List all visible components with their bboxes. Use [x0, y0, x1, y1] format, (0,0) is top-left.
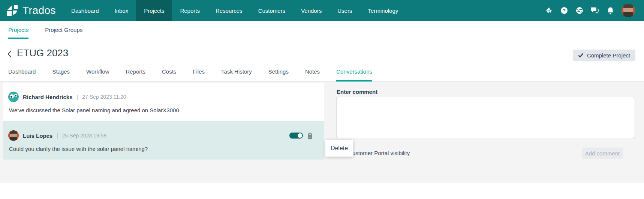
back-icon[interactable]: [7, 50, 12, 59]
message-richard-hendricks: Richard Hendricks | 27 Sep 2023 11:20 We…: [3, 83, 324, 121]
nav-item-inbox[interactable]: Inbox: [107, 0, 136, 21]
tab-costs[interactable]: Costs: [162, 68, 176, 81]
tab-task-history[interactable]: Task History: [221, 68, 252, 81]
tab-workflow[interactable]: Workflow: [86, 68, 109, 81]
nav-item-terminology[interactable]: Terminology: [360, 0, 406, 21]
top-navigation-bar: Trados Dashboard Inbox Projects Reports …: [0, 0, 644, 21]
brand-name: Trados: [22, 5, 56, 17]
richard-avatar: [8, 92, 19, 102]
tab-stages[interactable]: Stages: [52, 68, 70, 81]
message-author: Richard Hendricks: [23, 94, 73, 100]
nav-item-resources[interactable]: Resources: [208, 0, 250, 21]
comment-textarea[interactable]: [337, 97, 634, 138]
nav-utility-icons: ?: [545, 0, 644, 21]
trash-icon[interactable]: [307, 133, 313, 139]
tab-conversations[interactable]: Conversations: [336, 68, 372, 81]
tab-reports[interactable]: Reports: [126, 68, 146, 81]
message-luis-lopes[interactable]: Luis Lopes | 25 Sep 2023 19:58 Could you…: [3, 121, 324, 160]
nav-item-vendors[interactable]: Vendors: [293, 0, 329, 21]
help-icon[interactable]: ?: [560, 6, 568, 15]
conversation-list: Richard Hendricks | 27 Sep 2023 11:20 We…: [3, 83, 324, 160]
tab-notes[interactable]: Notes: [305, 68, 320, 81]
message-timestamp: 27 Sep 2023 11:20: [82, 94, 126, 100]
svg-text:?: ?: [563, 8, 566, 14]
tab-dashboard[interactable]: Dashboard: [8, 68, 36, 81]
nav-item-dashboard[interactable]: Dashboard: [63, 0, 106, 21]
nav-item-reports[interactable]: Reports: [172, 0, 208, 21]
projects-subnav: Projects Project Groups: [0, 21, 644, 39]
user-avatar[interactable]: [622, 4, 635, 17]
complete-project-button[interactable]: Complete Project: [573, 50, 635, 61]
project-header: ETUG 2023 Complete Project Dashboard Sta…: [0, 39, 644, 82]
nav-item-users[interactable]: Users: [329, 0, 360, 21]
nav-item-projects[interactable]: Projects: [136, 0, 172, 21]
nav-item-customers[interactable]: Customers: [250, 0, 294, 21]
message-author: Luis Lopes: [23, 133, 52, 139]
pinwheel-icon[interactable]: [545, 6, 553, 15]
add-comment-button[interactable]: Add comment: [582, 148, 623, 159]
message-text: Could you clarify the issue with the sol…: [8, 146, 319, 152]
project-tabs: Dashboard Stages Workflow Reports Costs …: [8, 68, 372, 81]
meta-separator: |: [57, 133, 58, 139]
message-text: We've discussed the Solar panel naming a…: [8, 107, 319, 113]
main-menu: Dashboard Inbox Projects Reports Resourc…: [63, 0, 406, 21]
globe-icon[interactable]: [575, 6, 584, 15]
notifications-icon[interactable]: [606, 6, 614, 15]
meta-separator: |: [77, 94, 78, 100]
page-title: ETUG 2023: [17, 47, 68, 59]
tab-files[interactable]: Files: [193, 68, 205, 81]
enter-comment-label: Enter comment: [337, 89, 377, 95]
tab-settings[interactable]: Settings: [268, 68, 289, 81]
subnav-tab-projects[interactable]: Projects: [8, 21, 28, 39]
check-icon: [578, 53, 584, 58]
message-timestamp: 25 Sep 2023 19:58: [62, 133, 106, 139]
luis-avatar: [8, 130, 19, 141]
subnav-tab-project-groups[interactable]: Project Groups: [45, 21, 82, 39]
trados-logo[interactable]: Trados: [0, 0, 63, 21]
customer-portal-visibility-label: Customer Portal visibility: [348, 150, 410, 156]
trados-logo-icon: [6, 4, 19, 17]
delete-menu-item[interactable]: Delete: [325, 140, 353, 157]
chat-icon[interactable]: [591, 6, 599, 15]
page-bottom-margin: [0, 183, 644, 199]
visibility-toggle[interactable]: [289, 133, 303, 139]
